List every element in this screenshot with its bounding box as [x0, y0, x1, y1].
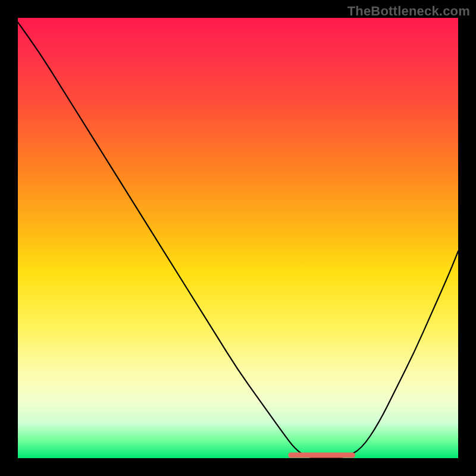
bottleneck-curve — [18, 18, 458, 458]
chart-frame: TheBottleneck.com — [0, 0, 476, 476]
watermark-text: TheBottleneck.com — [347, 4, 470, 19]
plot-area — [18, 18, 458, 458]
